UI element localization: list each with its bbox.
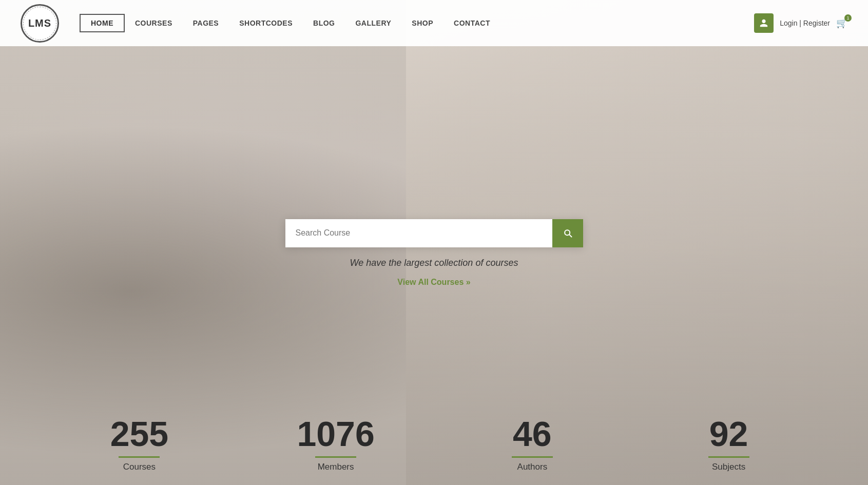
user-icon [759,18,768,28]
nav-links: HOME COURSES PAGES SHORTCODES BLOG GALLE… [80,14,754,32]
login-link[interactable]: Login [780,19,797,27]
stat-authors: 46 Authors [434,416,631,472]
hero-content: We have the largest collection of course… [285,219,583,287]
cart-badge: 1 [844,14,852,22]
stat-number-subjects: 92 [630,416,827,451]
stat-label-authors: Authors [434,462,631,472]
nav-item-pages[interactable]: PAGES [183,15,229,31]
stat-members: 1076 Members [238,416,434,472]
nav-auth: Login | Register 🛒 1 [754,13,847,33]
stat-number-members: 1076 [238,416,434,451]
register-link[interactable]: Register [803,19,830,27]
stat-divider-subjects [708,456,749,458]
logo-ring [23,7,56,40]
navbar: LMS HOME COURSES PAGES SHORTCODES BLOG G… [0,0,868,46]
view-all-courses-link[interactable]: View All Courses [397,278,470,287]
auth-separator: | [799,19,803,27]
search-button[interactable] [552,219,583,247]
search-input[interactable] [285,219,552,247]
search-bar [285,219,583,247]
nav-item-home[interactable]: HOME [80,14,125,32]
stat-label-members: Members [238,462,434,472]
nav-item-shortcodes[interactable]: SHORTCODES [229,15,303,31]
stat-subjects: 92 Subjects [630,416,827,472]
stat-label-courses: Courses [41,462,238,472]
nav-item-blog[interactable]: BLOG [303,15,345,31]
auth-links: Login | Register [780,19,830,27]
stat-divider-courses [119,456,160,458]
cart-icon[interactable]: 🛒 1 [836,17,847,29]
stat-divider-members [315,456,356,458]
nav-item-courses[interactable]: COURSES [125,15,183,31]
stats-bar: 255 Courses 1076 Members 46 Authors 92 S… [0,403,868,485]
user-icon-button[interactable] [754,13,774,33]
hero-tagline: We have the largest collection of course… [285,258,583,268]
logo[interactable]: LMS [21,4,80,43]
stat-courses: 255 Courses [41,416,238,472]
stat-number-authors: 46 [434,416,631,451]
nav-item-contact[interactable]: CONTACT [443,15,500,31]
stat-divider-authors [512,456,553,458]
nav-item-gallery[interactable]: GALLERY [345,15,401,31]
stat-number-courses: 255 [41,416,238,451]
stat-label-subjects: Subjects [630,462,827,472]
hero-section: LMS HOME COURSES PAGES SHORTCODES BLOG G… [0,0,868,485]
search-icon [563,228,573,238]
nav-item-shop[interactable]: SHOP [401,15,443,31]
